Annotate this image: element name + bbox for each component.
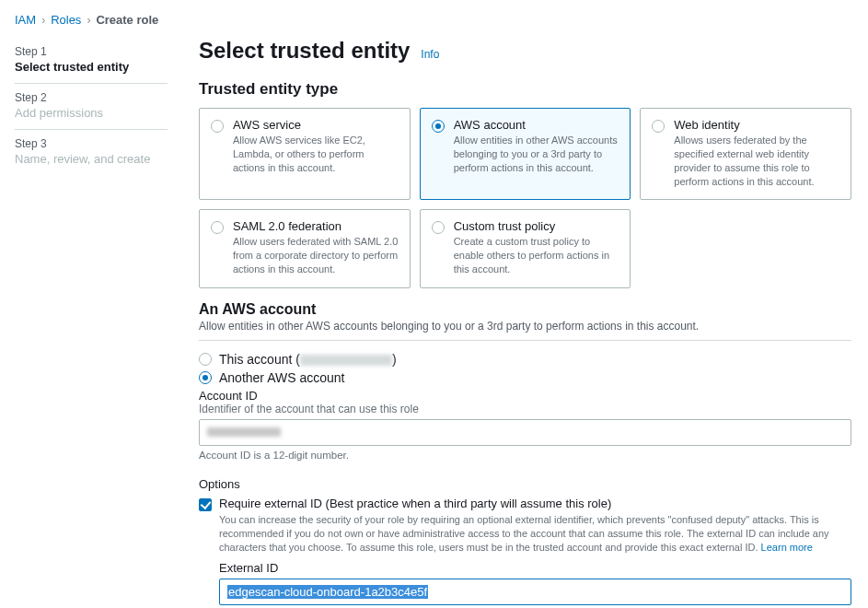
wizard-step-num: Step 1: [15, 45, 168, 58]
radio-icon: [199, 371, 212, 384]
divider: [199, 340, 851, 341]
checkbox-icon: [199, 498, 212, 511]
aws-account-heading: An AWS account: [199, 301, 851, 318]
account-id-below-hint: Account ID is a 12-digit number.: [199, 450, 851, 461]
entity-card-custom-trust[interactable]: Custom trust policy Create a custom trus…: [420, 209, 631, 288]
external-id-value: edgescan-cloud-onboard-1a2b3c4e5f: [227, 585, 428, 599]
entity-type-heading: Trusted entity type: [199, 80, 851, 99]
entity-card-aws-account[interactable]: AWS account Allow entities in other AWS …: [420, 108, 631, 200]
options-heading: Options: [199, 477, 851, 491]
chevron-right-icon: ›: [87, 14, 90, 27]
redacted-account-id: [300, 355, 392, 366]
breadcrumb-iam[interactable]: IAM: [15, 13, 36, 27]
breadcrumb-current: Create role: [96, 13, 158, 27]
entity-card-title: Web identity: [674, 118, 839, 132]
wizard-step-num: Step 3: [15, 137, 168, 150]
account-id-label: Account ID: [199, 389, 851, 403]
wizard-step-num: Step 2: [15, 91, 168, 104]
redacted-input-value: [207, 427, 281, 437]
radio-icon: [211, 221, 224, 234]
breadcrumb-roles[interactable]: Roles: [51, 13, 81, 27]
radio-icon: [199, 353, 212, 366]
checkbox-require-external-id[interactable]: Require external ID (Best practice when …: [199, 497, 851, 511]
page-title: Select trusted entity: [199, 38, 410, 64]
wizard-step-title: Name, review, and create: [15, 152, 168, 166]
main-content: Select trusted entity Info Trusted entit…: [168, 34, 868, 608]
wizard-step-3[interactable]: Step 3 Name, review, and create: [15, 130, 168, 175]
wizard-step-title: Add permissions: [15, 106, 168, 120]
radio-label: Another AWS account: [219, 370, 344, 385]
learn-more-link[interactable]: Learn more: [761, 542, 813, 553]
breadcrumb: IAM › Roles › Create role: [0, 0, 868, 34]
aws-account-desc: Allow entities in other AWS accounts bel…: [199, 320, 851, 333]
entity-type-cards: AWS service Allow AWS services like EC2,…: [199, 108, 851, 288]
entity-card-web-identity[interactable]: Web identity Allows users federated by t…: [640, 108, 851, 200]
entity-card-saml[interactable]: SAML 2.0 federation Allow users federate…: [199, 209, 411, 288]
entity-card-desc: Create a custom trust policy to enable o…: [454, 235, 619, 276]
account-id-input[interactable]: [199, 419, 851, 446]
external-id-input[interactable]: edgescan-cloud-onboard-1a2b3c4e5f: [219, 579, 851, 605]
checkbox-desc: You can increase the security of your ro…: [219, 513, 851, 555]
entity-card-title: AWS service: [233, 118, 399, 132]
radio-icon: [432, 221, 445, 234]
wizard-step-2[interactable]: Step 2 Add permissions: [15, 84, 168, 130]
account-id-hint: Identifier of the account that can use t…: [199, 403, 851, 415]
wizard-step-1[interactable]: Step 1 Select trusted entity: [15, 38, 168, 84]
radio-label: This account (): [219, 352, 397, 367]
entity-card-aws-service[interactable]: AWS service Allow AWS services like EC2,…: [199, 108, 411, 200]
entity-card-title: Custom trust policy: [454, 219, 619, 233]
radio-icon: [211, 120, 224, 133]
radio-icon: [432, 120, 445, 133]
chevron-right-icon: ›: [41, 14, 45, 27]
radio-another-account[interactable]: Another AWS account: [199, 370, 851, 385]
info-link[interactable]: Info: [421, 48, 439, 61]
external-id-label: External ID: [219, 561, 851, 575]
radio-this-account[interactable]: This account (): [199, 352, 851, 367]
entity-card-title: SAML 2.0 federation: [233, 219, 399, 233]
entity-card-desc: Allows users federated by the specified …: [674, 134, 839, 188]
wizard-step-title: Select trusted entity: [15, 60, 168, 74]
checkbox-label: Require external ID (Best practice when …: [219, 497, 611, 510]
radio-icon: [652, 120, 665, 133]
entity-card-desc: Allow entities in other AWS accounts bel…: [454, 134, 619, 175]
wizard-steps: Step 1 Select trusted entity Step 2 Add …: [0, 34, 168, 608]
entity-card-desc: Allow AWS services like EC2, Lambda, or …: [233, 134, 399, 175]
entity-card-title: AWS account: [454, 118, 619, 132]
entity-card-desc: Allow users federated with SAML 2.0 from…: [233, 235, 399, 276]
